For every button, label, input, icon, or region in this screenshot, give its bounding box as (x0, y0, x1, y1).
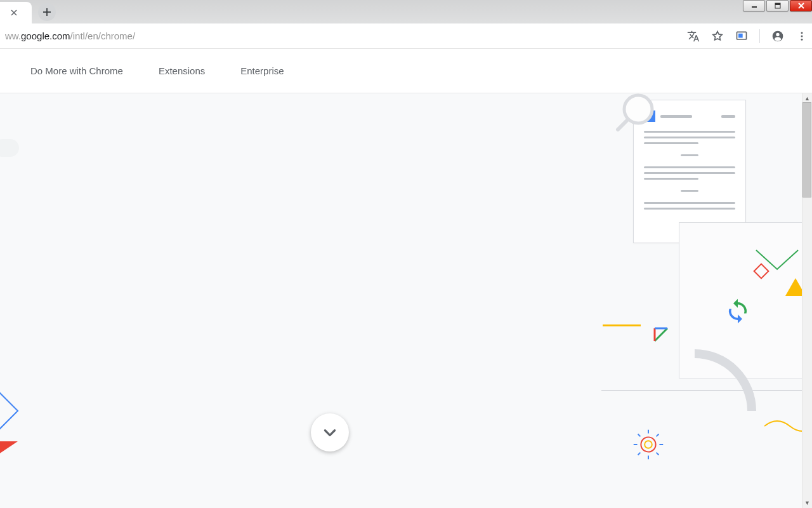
browser-tab[interactable] (0, 2, 32, 23)
nav-link-do-more[interactable]: Do More with Chrome (30, 65, 123, 76)
url-path: /intl/en/chrome/ (70, 30, 136, 41)
nav-link-enterprise[interactable]: Enterprise (240, 65, 284, 76)
svg-point-14 (801, 35, 803, 37)
bookmark-star-icon[interactable] (711, 30, 724, 43)
nav-link-extensions[interactable]: Extensions (159, 65, 205, 76)
svg-point-13 (801, 32, 803, 34)
svg-point-15 (801, 38, 803, 40)
window-controls (742, 0, 812, 14)
svg-line-18 (618, 121, 627, 130)
line-decoration (601, 390, 811, 391)
scroll-down-arrow-icon[interactable]: ▼ (804, 498, 810, 508)
address-bar[interactable]: ww.google.com/intl/en/chrome/ (4, 30, 135, 41)
minimize-button[interactable] (743, 0, 765, 11)
page-content: ▲ ▼ (0, 93, 812, 508)
site-nav: Do More with Chrome Extensions Enterpris… (0, 49, 812, 93)
svg-rect-22 (754, 264, 769, 279)
close-tab-button[interactable] (9, 8, 19, 18)
address-bar-actions (687, 29, 808, 43)
svg-rect-2 (775, 3, 780, 5)
kebab-menu-icon[interactable] (796, 30, 808, 43)
profile-avatar-icon[interactable] (771, 30, 784, 43)
scrollbar-thumb[interactable] (802, 102, 811, 197)
scroll-down-button[interactable] (311, 413, 349, 451)
sync-icon (724, 298, 751, 324)
triangles-decoration (0, 392, 24, 455)
arrow-icon (652, 326, 670, 344)
arc-decoration (688, 347, 812, 474)
divider (759, 29, 760, 43)
cloud-decoration (0, 139, 19, 157)
url-prefix: ww. (5, 30, 21, 41)
vertical-scrollbar[interactable]: ▲ ▼ (802, 93, 812, 508)
yellow-line-decoration (603, 324, 641, 326)
gear-icon (629, 425, 668, 464)
diamond-decoration (753, 263, 769, 279)
translate-icon[interactable] (687, 30, 700, 43)
svg-point-12 (776, 32, 779, 36)
svg-point-25 (645, 441, 652, 448)
maximize-button[interactable] (766, 0, 789, 11)
svg-point-24 (641, 437, 655, 451)
url-host: google.com (21, 30, 70, 41)
address-bar-row: ww.google.com/intl/en/chrome/ (0, 23, 812, 49)
chevron-down-icon (322, 424, 338, 441)
svg-point-17 (624, 95, 652, 123)
zoom-indicator-icon[interactable] (735, 30, 748, 43)
tabstrip (0, 0, 812, 23)
svg-line-19 (655, 328, 667, 341)
svg-rect-10 (738, 33, 743, 37)
close-window-button[interactable] (790, 0, 812, 11)
new-tab-button[interactable] (38, 3, 56, 21)
magnifier-illustration (615, 93, 657, 132)
svg-marker-16 (0, 441, 18, 454)
